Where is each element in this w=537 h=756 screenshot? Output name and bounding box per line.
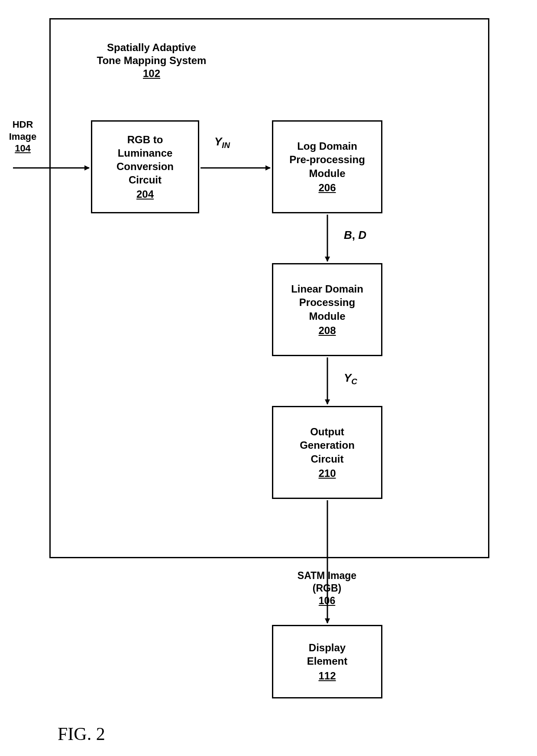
bd-sep: ,	[352, 228, 358, 241]
satm-line1: SATM Image	[298, 570, 356, 581]
signal-yc-label: YC	[344, 371, 357, 386]
hdr-ref: 104	[15, 143, 31, 154]
b204-line1: RGB to	[127, 134, 163, 145]
system-title: Spatially Adaptive Tone Mapping System 1…	[76, 41, 227, 80]
display-element-block: Display Element 112	[272, 625, 382, 698]
hdr-input-label: HDR Image 104	[0, 119, 45, 154]
satm-ref: 106	[319, 595, 335, 606]
b112-line2: Element	[307, 655, 347, 667]
system-ref: 102	[143, 68, 160, 79]
b204-line4: Circuit	[129, 174, 162, 186]
signal-yin-label: YIN	[214, 135, 230, 150]
system-boundary-box	[49, 18, 489, 558]
system-title-line2: Tone Mapping System	[97, 55, 207, 66]
b206-ref: 206	[318, 181, 336, 194]
b206-line3: Module	[309, 167, 345, 179]
b208-line2: Processing	[299, 296, 355, 308]
b210-line1: Output	[310, 426, 344, 438]
b204-ref: 204	[136, 187, 154, 201]
log-domain-block: Log Domain Pre-processing Module 206	[272, 120, 382, 213]
b206-line1: Log Domain	[297, 140, 357, 152]
b112-ref: 112	[318, 669, 336, 682]
b208-line1: Linear Domain	[291, 283, 363, 295]
yin-sub: IN	[222, 141, 230, 150]
yc-base: Y	[344, 371, 351, 384]
b210-ref: 210	[318, 466, 336, 480]
bd-b: B	[344, 228, 352, 241]
linear-domain-block: Linear Domain Processing Module 208	[272, 263, 382, 356]
satm-line2: (RGB)	[313, 582, 341, 594]
b210-line2: Generation	[300, 439, 355, 451]
b208-ref: 208	[318, 324, 336, 337]
yc-sub: C	[351, 377, 357, 386]
rgb-luminance-block: RGB to Luminance Conversion Circuit 204	[91, 120, 199, 213]
signal-bd-label: B, D	[344, 228, 366, 242]
figure-label: FIG. 2	[58, 724, 105, 744]
b112-line1: Display	[309, 642, 346, 653]
b206-line2: Pre-processing	[289, 154, 365, 165]
b204-line2: Luminance	[118, 147, 173, 159]
yin-base: Y	[214, 135, 222, 148]
b204-line3: Conversion	[116, 161, 174, 172]
b208-line3: Module	[309, 310, 345, 322]
b210-line3: Circuit	[311, 453, 343, 465]
system-title-line1: Spatially Adaptive	[107, 42, 196, 53]
hdr-line2: Image	[9, 131, 37, 142]
satm-output-label: SATM Image (RGB) 106	[268, 569, 385, 607]
hdr-line1: HDR	[13, 119, 33, 130]
output-generation-block: Output Generation Circuit 210	[272, 406, 382, 499]
bd-d: D	[358, 228, 366, 241]
